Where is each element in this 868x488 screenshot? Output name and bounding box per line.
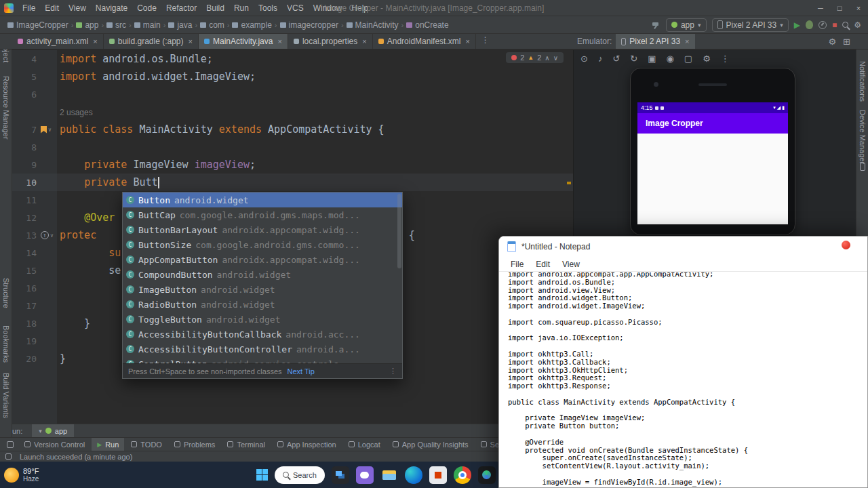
breadcrumb-imagecropper[interactable]: imagecropper bbox=[278, 20, 340, 30]
menu-refactor[interactable]: Refactor bbox=[161, 0, 201, 16]
override-method-icon[interactable]: ↑ bbox=[41, 231, 49, 239]
toolwindow-problems[interactable]: Problems bbox=[169, 438, 220, 451]
debug-button[interactable] bbox=[806, 20, 813, 29]
rotate-right-icon[interactable]: ↻ bbox=[630, 54, 637, 64]
menu-vcs[interactable]: VCS bbox=[282, 0, 309, 16]
emulator-phone[interactable]: 4:15 ▾ ◢ ▮ Image Cropper bbox=[630, 68, 795, 235]
chrome-icon[interactable] bbox=[454, 466, 471, 484]
emulator-device-tab[interactable]: Pixel 2 API 33 × bbox=[616, 34, 694, 49]
notepad-menu-view[interactable]: View bbox=[556, 260, 586, 269]
profiler-button[interactable] bbox=[818, 21, 827, 29]
more-options-icon[interactable]: ⋮ bbox=[389, 367, 397, 375]
toolwindow-button-device-manager[interactable]: Device Manager bbox=[859, 110, 867, 164]
completion-item-imagebutton[interactable]: CImageButtonandroid.widget bbox=[123, 282, 402, 297]
layout-icon[interactable]: ⊞ bbox=[843, 37, 850, 47]
completion-item-controlbutton[interactable]: CControlButtonandroid.service.controls..… bbox=[123, 357, 402, 363]
edge-browser-icon[interactable] bbox=[405, 466, 422, 484]
menu-code[interactable]: Code bbox=[132, 0, 161, 16]
breadcrumb-oncreate[interactable]: onCreate bbox=[404, 20, 450, 30]
completion-item-button[interactable]: CButtonandroid.widget bbox=[123, 192, 402, 207]
notepad-window[interactable]: *Untitled - Notepad FileEditView import … bbox=[498, 236, 868, 488]
snapshot-icon[interactable]: ▢ bbox=[684, 54, 692, 64]
toolwindow-toggle-icon[interactable] bbox=[7, 441, 14, 448]
settings-icon[interactable]: ⚙ bbox=[703, 54, 711, 64]
menu-window[interactable]: Window bbox=[309, 0, 347, 16]
breadcrumb-com[interactable]: com bbox=[198, 20, 226, 30]
record-icon[interactable]: ◉ bbox=[667, 54, 674, 64]
bookmark-icon[interactable] bbox=[41, 126, 47, 134]
device-selector[interactable]: Pixel 2 API 33 ▾ bbox=[712, 18, 789, 32]
menu-tools[interactable]: Tools bbox=[254, 0, 282, 16]
code-text[interactable]: private Butt bbox=[60, 176, 159, 188]
tab-androidmanifest-xml[interactable]: AndroidManifest.xml× bbox=[373, 34, 476, 49]
breadcrumb-java[interactable]: java bbox=[166, 20, 194, 30]
notepad-menu-edit[interactable]: Edit bbox=[530, 260, 556, 269]
volume-icon[interactable]: ♪ bbox=[598, 54, 603, 64]
tab-activity-main-xml[interactable]: activity_main.xml× bbox=[12, 34, 104, 49]
more-tabs-icon[interactable]: ⋮ bbox=[476, 34, 495, 49]
toolwindow-app-inspection[interactable]: App Inspection bbox=[272, 438, 342, 451]
more-options-icon[interactable]: ⋮ bbox=[721, 54, 730, 64]
notepad-menu-file[interactable]: File bbox=[505, 260, 530, 269]
breadcrumb-example[interactable]: example bbox=[230, 20, 273, 30]
toolwindow-logcat[interactable]: Logcat bbox=[343, 438, 386, 451]
breadcrumb-mainactivity[interactable]: MainActivity bbox=[344, 20, 401, 30]
taskbar-search[interactable]: Search bbox=[275, 466, 325, 484]
prev-problem-icon[interactable]: ∧ bbox=[545, 54, 549, 62]
office-app-icon[interactable] bbox=[429, 466, 447, 484]
code-text[interactable]: private ImageView imageView; bbox=[60, 159, 256, 171]
run-config-selector[interactable]: app ▾ bbox=[666, 18, 707, 32]
stop-button[interactable]: ■ bbox=[832, 21, 837, 29]
completion-item-compoundbutton[interactable]: CCompoundButtonandroid.widget bbox=[123, 267, 402, 282]
toolwindow-terminal[interactable]: Terminal bbox=[222, 438, 271, 451]
toolwindow-app-quality-insights[interactable]: App Quality Insights bbox=[387, 438, 474, 451]
build-hammer-icon[interactable] bbox=[651, 20, 660, 30]
close-tab-icon[interactable]: × bbox=[189, 37, 193, 45]
toolwindow-button-resource-manager[interactable]: Resource Manager bbox=[2, 76, 10, 140]
power-icon[interactable]: ⊙ bbox=[580, 54, 588, 64]
tab-build-gradle-app[interactable]: build.gradle (:app)× bbox=[104, 34, 199, 49]
phone-screen[interactable]: 4:15 ▾ ◢ ▮ Image Cropper bbox=[637, 102, 788, 224]
fold-icon[interactable]: ∨ bbox=[50, 232, 54, 239]
code-text[interactable]: import android.widget.ImageView; bbox=[60, 70, 256, 83]
code-text[interactable]: } bbox=[60, 317, 90, 329]
minimize-button[interactable]: ─ bbox=[811, 0, 830, 16]
completion-item-accessibilitybuttoncallback[interactable]: CAccessibilityButtonCallbackandroid.acc.… bbox=[123, 327, 402, 342]
task-view-icon[interactable] bbox=[332, 466, 349, 484]
close-tab-icon[interactable]: × bbox=[465, 37, 469, 45]
completion-item-accessibilitybuttoncontroller[interactable]: CAccessibilityButtonControllerandroid.a.… bbox=[123, 342, 402, 357]
menu-build[interactable]: Build bbox=[201, 0, 229, 16]
notepad-text-area[interactable]: import androidx.appcompat.app.AppCompatA… bbox=[499, 272, 867, 487]
rotate-left-icon[interactable]: ↺ bbox=[612, 54, 620, 64]
fold-icon[interactable]: ∨ bbox=[48, 127, 52, 133]
weather-widget[interactable]: 89°F Haze bbox=[4, 467, 39, 483]
code-text[interactable]: @Over bbox=[60, 211, 115, 224]
completion-item-togglebutton[interactable]: CToggleButtonandroid.widget bbox=[123, 312, 402, 327]
toolwindow-button-bookmarks[interactable]: Bookmarks bbox=[2, 325, 10, 363]
code-text[interactable]: 2 usages bbox=[60, 106, 93, 118]
close-tab-icon[interactable]: × bbox=[277, 37, 281, 45]
tab-local-properties[interactable]: local.properties× bbox=[288, 34, 373, 49]
menu-help[interactable]: Help bbox=[347, 0, 373, 16]
menu-navigate[interactable]: Navigate bbox=[91, 0, 132, 16]
search-everywhere-icon[interactable] bbox=[842, 22, 848, 28]
code-text[interactable]: su bbox=[60, 247, 121, 259]
notepad-titlebar[interactable]: *Untitled - Notepad bbox=[499, 237, 867, 257]
android-studio-icon[interactable] bbox=[478, 466, 496, 484]
toolwindow-button-structure[interactable]: Structure bbox=[2, 278, 10, 308]
next-tip-link[interactable]: Next Tip bbox=[288, 367, 315, 375]
completion-item-appcompatbutton[interactable]: CAppCompatButtonandroidx.appcompat.widg.… bbox=[123, 252, 402, 267]
toolwindow-version-control[interactable]: Version Control bbox=[19, 438, 90, 451]
usages-inlay[interactable]: 2 usages bbox=[60, 108, 93, 117]
code-text[interactable]: public class MainActivity extends AppCom… bbox=[60, 123, 384, 136]
completion-item-radiobutton[interactable]: CRadioButtonandroid.widget bbox=[123, 297, 402, 312]
completion-item-buttcap[interactable]: CButtCapcom.google.android.gms.maps.mod.… bbox=[123, 207, 402, 222]
chat-icon[interactable] bbox=[356, 466, 374, 484]
menu-view[interactable]: View bbox=[64, 0, 91, 16]
popup-scrollbar[interactable] bbox=[397, 194, 401, 268]
camera-icon[interactable]: ▣ bbox=[648, 54, 656, 64]
code-text[interactable]: se bbox=[60, 264, 121, 277]
breadcrumb-app[interactable]: app bbox=[74, 20, 100, 30]
next-problem-icon[interactable]: ∨ bbox=[553, 54, 558, 62]
run-tab-app[interactable]: ▾ app bbox=[32, 424, 74, 437]
